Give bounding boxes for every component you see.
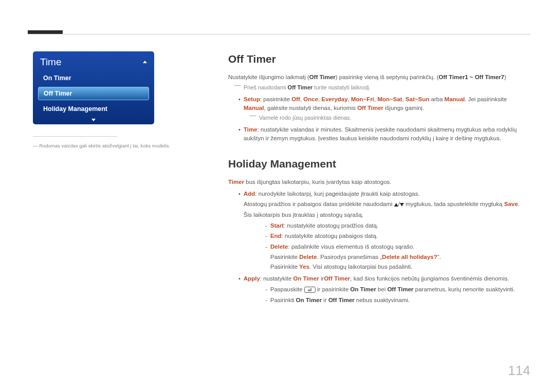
- text: turite nustatyti laikrodį.: [312, 84, 371, 90]
- text: Paspauskite: [270, 286, 304, 292]
- text: . Pasirodys pranešimas „: [317, 254, 382, 260]
- opt: Off: [291, 96, 300, 102]
- label: On Timer: [293, 275, 319, 282]
- label: Start: [270, 222, 284, 229]
- opt: Manual: [445, 96, 465, 102]
- panel-item-holiday-management[interactable]: Holiday Management: [38, 103, 149, 115]
- panel-item-off-timer[interactable]: Off Timer: [38, 87, 149, 100]
- text: Atostogų pradžios ir pabaigos datas prid…: [244, 201, 394, 207]
- text: , kad šios funkcijos nebūtų įjungiamos š…: [350, 275, 509, 282]
- caret-up-icon: [143, 61, 147, 63]
- panel-title: Time: [40, 57, 143, 68]
- text: arba: [429, 96, 444, 102]
- text: Pasirinkite: [270, 264, 299, 270]
- text: Varnelė rodo jūsų pasirinktas dienas.: [259, 115, 351, 121]
- text-bold: On Timer: [296, 297, 322, 303]
- label: Delete: [299, 254, 317, 260]
- up-arrow-icon: [394, 203, 398, 207]
- text: : nurodykite laikotarpį, kurį pageidauja…: [255, 191, 419, 197]
- text: parametrus, kurių nenorite suaktyvinti.: [414, 286, 515, 292]
- apply-sublist: Paspauskite ⏎ ir pasirinkite On Timer be…: [259, 285, 530, 304]
- text: ir: [319, 275, 324, 282]
- label: Save: [504, 201, 518, 207]
- off-timer-prereq-note: Prieš naudodami Off Timer turite nustaty…: [228, 84, 530, 92]
- content-area: Off Timer Nustatykite išjungimo laikmatį…: [228, 51, 530, 304]
- text-bold: Off Timer1 ~ Off Timer7: [438, 74, 504, 80]
- add-line3: Šis laikotarpis bus įtrauktas į atostogų…: [244, 211, 530, 219]
- holiday-list: Add: nurodykite laikotarpį, kurį pageida…: [228, 190, 530, 304]
- opt: Everyday: [321, 96, 347, 102]
- holiday-intro: Timer bus išjungtas laikotarpiu, kuris į…: [228, 178, 530, 186]
- text-bold: Off Timer: [288, 84, 313, 90]
- text: Nustatykite išjungimo laikmatį (: [228, 74, 309, 80]
- opt: Sat~Sun: [405, 96, 429, 102]
- time-item: Time: nustatykite valandas ir minutes. S…: [228, 125, 530, 142]
- caret-down-icon: [91, 119, 96, 121]
- text: : nustatykite atostogų pradžios datą.: [284, 222, 378, 229]
- delete-item: Delete: pašalinkite visus elementus iš a…: [259, 242, 530, 271]
- text-bold: Off Timer: [309, 74, 336, 80]
- off-timer-intro: Nustatykite išjungimo laikmatį (Off Time…: [228, 73, 530, 82]
- header-accent: [28, 30, 63, 34]
- text: : nustatykite atostogų pabaigos datą.: [282, 233, 378, 239]
- apply-sub2: Pasirinkti On Timer ir Off Timer nebus s…: [259, 296, 530, 305]
- setup-item: Setup: pasirinkite Off, Once, Everyday, …: [228, 95, 530, 122]
- enter-button-icon: ⏎: [304, 287, 316, 293]
- text: : nustatykite: [260, 275, 293, 282]
- text: ir: [322, 297, 328, 303]
- text: ) pasirinkę vieną iš septynių parinkčių.…: [336, 74, 439, 80]
- text: : nustatykite valandas ir minutes. Skait…: [244, 126, 517, 141]
- text: Pasirinkti: [270, 297, 296, 303]
- opt: Manual: [244, 105, 264, 111]
- down-arrow-icon: [400, 203, 404, 207]
- label: Time: [244, 126, 257, 133]
- opt: Once: [303, 96, 318, 102]
- delete-line3: Pasirinkite Yes. Visi atostogų laikotarp…: [270, 263, 530, 271]
- panel-note-text: Rodomas vaizdas gali skirtis atsižvelgia…: [39, 143, 170, 148]
- text: ): [504, 74, 506, 80]
- label: Yes: [299, 264, 309, 270]
- panel-title-row: Time: [33, 51, 154, 72]
- checkmark-note: Varnelė rodo jūsų pasirinktas dienas.: [244, 114, 530, 122]
- dash-icon: ―: [33, 143, 38, 148]
- text-bold: Off Timer: [387, 286, 414, 292]
- text: ".: [437, 254, 441, 260]
- off-timer-heading: Off Timer: [228, 51, 530, 67]
- apply-item: Apply: nustatykite On Timer irOff Timer,…: [228, 274, 530, 304]
- label: Delete all holidays?: [382, 254, 437, 260]
- start-item: Start: nustatykite atostogų pradžios dat…: [259, 221, 530, 230]
- text: išjungs gaminį.: [383, 105, 424, 111]
- off-timer-list: Setup: pasirinkite Off, Once, Everyday, …: [228, 95, 530, 143]
- label: Off Timer: [324, 275, 350, 282]
- dash-icon: [234, 85, 240, 86]
- label: Apply: [244, 275, 260, 282]
- end-item: End: nustatykite atostogų pabaigos datą.: [259, 232, 530, 240]
- text: Prieš naudodami: [244, 84, 288, 90]
- time-menu-panel: Time On Timer Off Timer Holiday Manageme…: [33, 51, 154, 124]
- label: Setup: [244, 96, 260, 102]
- text: nebus suaktyvinami.: [355, 297, 410, 303]
- text-bold: Off Timer: [357, 105, 383, 111]
- apply-sub1: Paspauskite ⏎ ir pasirinkite On Timer be…: [259, 285, 530, 294]
- holiday-heading: Holiday Management: [228, 156, 530, 172]
- header-divider: [28, 34, 530, 34]
- panel-note-divider: [33, 136, 117, 137]
- text: bei: [376, 286, 387, 292]
- label: End: [270, 233, 282, 239]
- page-number: 114: [508, 363, 530, 379]
- text: Pasirinkite: [270, 254, 299, 260]
- text: bus išjungtas laikotarpiu, kuris įvardyt…: [244, 179, 391, 185]
- text: , galėsite nustatyti dienas, kuriomis: [264, 105, 358, 111]
- panel-item-on-timer[interactable]: On Timer: [38, 72, 149, 84]
- text: . Jei pasirinksite: [465, 96, 507, 102]
- label: Delete: [270, 244, 288, 250]
- add-item: Add: nurodykite laikotarpį, kurį pageida…: [228, 190, 530, 271]
- text: mygtukus, tada spustelėkite mygtuką: [404, 201, 504, 207]
- opt: Mon~Sat: [377, 96, 402, 102]
- text-bold: On Timer: [350, 286, 376, 292]
- label: Add: [244, 191, 255, 197]
- delete-line2: Pasirinkite Delete. Pasirodys pranešimas…: [270, 253, 530, 262]
- panel-note: ― Rodomas vaizdas gali skirtis atsižvelg…: [33, 143, 170, 148]
- text: : pašalinkite visus elementus iš atostog…: [288, 244, 415, 250]
- text: : pasirinkite: [260, 96, 291, 102]
